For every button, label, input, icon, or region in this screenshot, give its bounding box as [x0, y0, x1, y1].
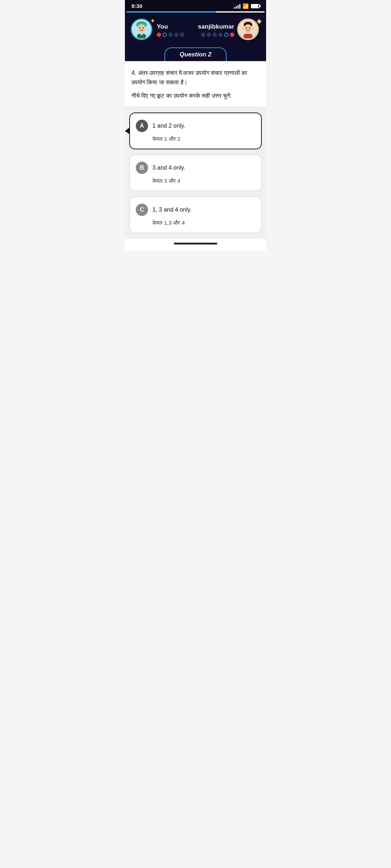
dot-left-2: [163, 33, 167, 37]
player-info-right: sanjibkumar: [198, 23, 234, 37]
question-label-container: Question 2: [125, 47, 266, 61]
dot-left-4: [174, 33, 178, 37]
svg-rect-15: [243, 34, 252, 38]
option-a[interactable]: A 1 and 2 only. केवल 1 और 2: [129, 112, 262, 149]
player-right: ◆ sanjibkumar: [198, 18, 260, 42]
dot-right-4: [218, 33, 223, 37]
svg-point-10: [244, 24, 252, 33]
option-b-text-hi: केवल 3 और 4: [136, 178, 255, 184]
svg-point-13: [246, 27, 247, 29]
option-a-text-en: 1 and 2 only.: [152, 123, 185, 129]
avatar-right: ◆: [237, 18, 260, 42]
option-c-badge: C: [136, 204, 148, 216]
option-c-text-en: 1, 3 and 4 only.: [152, 207, 192, 213]
option-b-badge: B: [136, 162, 148, 174]
avatar-circle-left: [131, 18, 152, 40]
battery-icon: [251, 4, 260, 8]
option-c[interactable]: C 1, 3 and 4 only. केवल 1,3 और 4: [129, 196, 262, 233]
dot-left-3: [168, 33, 173, 37]
option-a-header: A 1 and 2 only.: [136, 120, 255, 132]
progress-bar-container: [125, 11, 266, 14]
dot-right-6: [230, 33, 234, 37]
wifi-icon: 📶: [243, 3, 249, 9]
dot-right-5: [224, 33, 228, 37]
player-name-right: sanjibkumar: [198, 23, 234, 30]
svg-point-3: [138, 24, 146, 33]
question-label: Question 2: [164, 47, 227, 61]
instruction-text: नीचे दिए गए कूट का उपयोग करके सही उत्तर …: [131, 91, 260, 101]
dot-right-3: [213, 33, 217, 37]
svg-point-12: [251, 27, 253, 30]
avatar-circle-right: [237, 18, 259, 40]
player-info-left: You: [157, 23, 184, 37]
svg-point-4: [139, 27, 141, 29]
svg-point-5: [143, 27, 144, 29]
spark-icon-left: ✦: [150, 17, 155, 25]
svg-point-14: [249, 27, 251, 29]
avatar-left: ✦: [131, 18, 154, 42]
question-label-text: Question 2: [180, 51, 211, 58]
option-b-text-en: 3 and 4 only.: [152, 165, 185, 171]
avatar-svg-right: [238, 18, 258, 39]
dots-row-right: [201, 33, 234, 37]
dots-row-left: [157, 33, 184, 37]
dot-left-1: [157, 33, 161, 37]
option-b-header: B 3 and 4 only.: [136, 162, 255, 174]
option-a-badge: A: [136, 120, 148, 132]
progress-fill: [126, 11, 216, 13]
player-name-left: You: [157, 23, 184, 30]
option-c-text-hi: केवल 1,3 और 4: [136, 220, 255, 226]
status-icons: 📶: [234, 3, 260, 9]
question-content: 4. अंतर-उपग्रह संचार में लजर उपयोग संचार…: [125, 61, 266, 107]
dot-right-2: [207, 33, 211, 37]
player-left: ✦ You: [131, 18, 184, 42]
status-bar: 9:30 📶: [125, 0, 266, 11]
bottom-bar: [125, 239, 266, 250]
diamond-icon-right: ◆: [257, 17, 262, 25]
question-text: 4. अंतर-उपग्रह संचार में लजर उपयोग संचार…: [131, 68, 260, 87]
home-indicator: [174, 243, 217, 244]
dot-left-5: [180, 33, 184, 37]
avatar-svg-left: [132, 18, 151, 39]
option-a-text-hi: केवल 1 और 2: [136, 136, 255, 142]
progress-bar: [126, 11, 265, 13]
option-c-header: C 1, 3 and 4 only.: [136, 204, 255, 216]
svg-point-11: [243, 27, 245, 30]
options-container: A 1 and 2 only. केवल 1 और 2 B 3 and 4 on…: [125, 107, 266, 239]
option-b[interactable]: B 3 and 4 only. केवल 3 और 4: [129, 154, 262, 191]
header: ✦ You: [125, 14, 266, 47]
time: 9:30: [131, 3, 142, 9]
dot-right-1: [201, 33, 205, 37]
signal-icon: [234, 4, 240, 9]
